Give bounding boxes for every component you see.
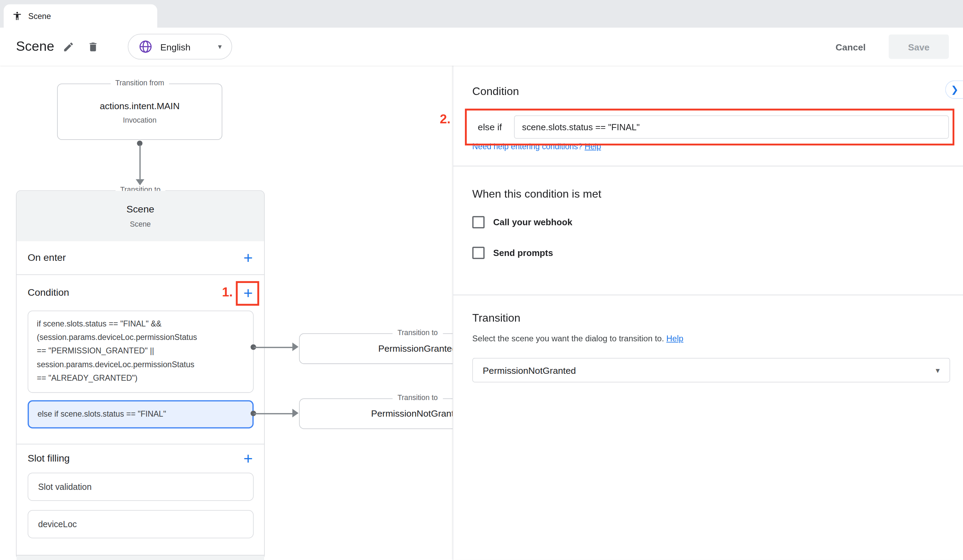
caret-down-icon: ▾ <box>218 42 222 51</box>
scene-tab[interactable]: Scene <box>4 4 157 28</box>
intent-type: Invocation <box>58 116 222 125</box>
connector-arrowhead-icon <box>136 179 144 186</box>
condition-item-2-selected[interactable]: else if scene.slots.status == "FINAL" <box>28 400 254 428</box>
collapse-panel-button[interactable]: ❯ <box>945 81 963 99</box>
save-button[interactable]: Save <box>889 34 949 59</box>
scene-header: Scene English ▾ Cancel Save <box>0 28 963 66</box>
condition-detail-panel: ❯ Condition else if Need help entering c… <box>452 66 963 560</box>
scene-node-subtitle: Scene <box>16 220 264 228</box>
transition-to-chip: Transition to <box>393 329 443 337</box>
condition-operator-label: else if <box>478 115 502 139</box>
transition-scene-select[interactable]: PermissionNotGranted ▾ <box>472 358 950 382</box>
globe-icon <box>138 39 153 54</box>
add-condition-button[interactable]: + <box>238 283 258 303</box>
edit-scene-button[interactable] <box>59 37 78 56</box>
app-window: Scene Scene English ▾ Cancel Save Transi… <box>0 0 963 560</box>
condition-section: Condition + <box>16 275 264 311</box>
connector-arrowhead-icon <box>292 409 299 417</box>
condition-help-line: Need help entering conditions? Help <box>472 142 601 151</box>
connector-arrowhead-icon <box>292 342 299 351</box>
slot-validation-item[interactable]: Slot validation <box>28 473 254 501</box>
next-section-peek <box>16 555 264 560</box>
scene-node-card: Transition to Scene Scene On enter + Con… <box>16 190 265 560</box>
invocation-node[interactable]: Transition from actions.intent.MAIN Invo… <box>57 84 222 140</box>
condition-help-link[interactable]: Help <box>585 142 601 151</box>
language-label: English <box>160 42 218 52</box>
panel-divider <box>453 166 963 167</box>
transition-select-value: PermissionNotGranted <box>483 365 576 375</box>
slot-filling-title: Slot filling <box>28 453 70 464</box>
when-met-heading: When this condition is met <box>472 188 601 201</box>
transition-help-line: Select the scene you want the dialog to … <box>472 334 683 343</box>
transition-heading: Transition <box>472 312 520 325</box>
transition-from-chip: Transition from <box>110 78 169 87</box>
slot-deviceloc-item[interactable]: deviceLoc <box>28 510 254 539</box>
caret-down-icon: ▾ <box>936 366 940 375</box>
trash-icon <box>87 41 99 52</box>
call-webhook-checkbox[interactable] <box>472 216 485 228</box>
call-webhook-label: Call your webhook <box>493 216 572 228</box>
connector-line <box>139 145 141 179</box>
transition-to-chip: Transition to <box>393 393 443 402</box>
condition-expression-input[interactable] <box>514 115 949 139</box>
help-text: Need help entering conditions? <box>472 142 582 151</box>
delete-scene-button[interactable] <box>84 37 102 56</box>
chevron-right-icon: ❯ <box>951 84 958 95</box>
intent-name: actions.intent.MAIN <box>58 100 222 111</box>
slot-filling-section: Slot filling + <box>16 444 264 473</box>
transition-help-text: Select the scene you want the dialog to … <box>472 334 664 343</box>
language-selector[interactable]: English ▾ <box>128 34 232 60</box>
connector-line <box>254 413 293 414</box>
send-prompts-label: Send prompts <box>493 247 553 259</box>
browser-tab-bar: Scene <box>0 0 963 28</box>
tab-title: Scene <box>28 11 51 21</box>
on-enter-title: On enter <box>28 252 66 263</box>
cancel-button[interactable]: Cancel <box>830 37 871 56</box>
condition-section-title: Condition <box>28 287 69 298</box>
add-on-enter-button[interactable]: + <box>238 248 258 268</box>
panel-divider <box>453 295 963 295</box>
scene-node-title: Scene <box>16 204 264 215</box>
scene-card-header: Scene Scene <box>16 191 264 241</box>
condition-heading: Condition <box>472 85 519 98</box>
connector-line <box>254 347 293 348</box>
pencil-icon <box>62 41 74 52</box>
condition-item-1[interactable]: if scene.slots.status == "FINAL" && (ses… <box>28 311 254 393</box>
accessibility-person-icon <box>13 11 22 21</box>
on-enter-section: On enter + <box>16 241 264 275</box>
add-slot-button[interactable]: + <box>238 448 258 468</box>
transition-help-link[interactable]: Help <box>666 334 683 343</box>
page-title: Scene <box>16 28 54 66</box>
send-prompts-checkbox[interactable] <box>472 247 485 259</box>
